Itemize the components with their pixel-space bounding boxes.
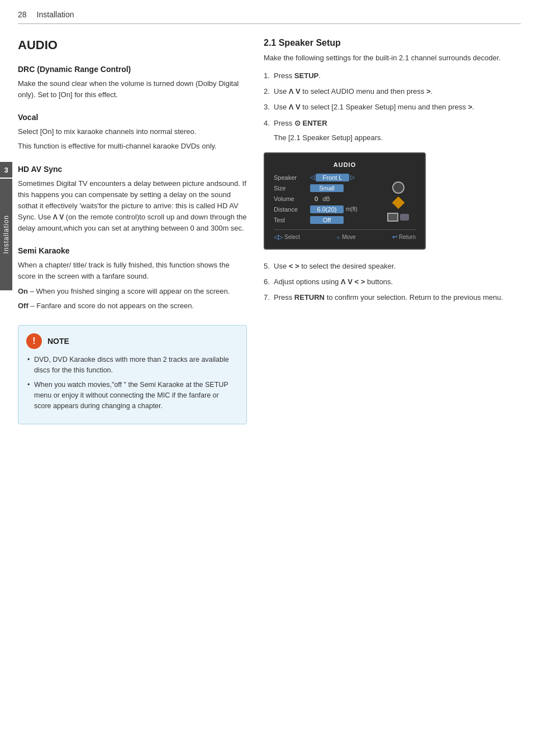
screen-value-size: Small (310, 184, 344, 192)
step-1: 1. Press SETUP. (264, 70, 521, 82)
side-tab-label: Installation (2, 215, 10, 253)
vocal-body2: This function is effective for multi-cha… (18, 141, 247, 152)
step-2: 2. Use Λ V to select AUDIO menu and then… (264, 86, 521, 97)
screen-value-volume: 0 (310, 195, 322, 203)
screen-label-test: Test (274, 217, 310, 223)
on-text: – When you fnished singing a score will … (28, 287, 230, 295)
drc-section: DRC (Dynamic Range Control) Make the sou… (18, 65, 247, 101)
hd-av-sync-section: HD AV Sync Sometimes Digital TV encounte… (18, 165, 247, 235)
screen-icon-3 (387, 213, 409, 222)
select-icon: ◁▷ (274, 233, 283, 241)
off-label: Off (18, 302, 28, 310)
steps-list-2: 5. Use < > to select the desired speaker… (264, 261, 521, 303)
screen-move-label: ⬦ Move (336, 233, 355, 240)
vocal-body1: Select [On] to mix karaoke channels into… (18, 126, 247, 137)
semi-karaoke-section: Semi Karaoke When a chapter/ title/ trac… (18, 246, 247, 312)
semi-karaoke-on: On – When you fnished singing a score wi… (18, 286, 247, 297)
note-item-1: DVD, DVD Karaoke discs with more than 2 … (26, 355, 237, 376)
side-tab-number: 3 (0, 162, 12, 178)
screen-value-speaker: Front L (316, 174, 349, 181)
speaker-setup-intro: Make the following settings for the buil… (264, 52, 521, 64)
screen-mockup: AUDIO Speaker ◁ Front L ▷ (264, 152, 426, 250)
note-box: ! NOTE DVD, DVD Karaoke discs with more … (18, 325, 247, 424)
vocal-title: Vocal (18, 113, 247, 122)
side-tab: Installation (0, 179, 12, 290)
move-icon: ⬦ (336, 233, 340, 240)
screen-icons (387, 181, 409, 222)
semi-karaoke-body1: When a chapter/ title/ track is fully fn… (18, 260, 247, 282)
note-header: ! NOTE (26, 333, 237, 349)
step-4: 4. Press ⊙ ENTER (264, 118, 521, 129)
speaker-setup-title: 2.1 Speaker Setup (264, 38, 521, 48)
page-header: 28 Installation (18, 10, 521, 19)
step-3: 3. Use Λ V to select [2.1 Speaker Setup]… (264, 102, 521, 113)
step-5: 5. Use < > to select the desired speaker… (264, 261, 521, 272)
note-icon: ! (26, 333, 42, 349)
screen-label-size: Size (274, 185, 310, 192)
left-column: AUDIO DRC (Dynamic Range Control) Make t… (18, 34, 247, 424)
screen-icon-2 (392, 197, 404, 209)
steps-list-1: 1. Press SETUP. 2. Use Λ V to select AUD… (264, 70, 521, 129)
main-content: AUDIO DRC (Dynamic Range Control) Make t… (18, 34, 521, 424)
semi-karaoke-off: Off – Fanfare and score do not appears o… (18, 300, 247, 312)
step-4-sub: The [2.1 Speaker Setup] appears. (264, 132, 521, 143)
drc-body: Make the sound clear when the volume is … (18, 78, 247, 101)
screen-label-distance: Distance (274, 206, 310, 213)
note-item-2: When you watch movies,"off " the Semi Ka… (26, 380, 237, 411)
screen-value-test: Off (310, 216, 344, 224)
off-text: – Fanfare and score do not appears on th… (28, 302, 194, 310)
screen-icon-1 (392, 181, 404, 194)
page-section-title: Installation (37, 10, 74, 19)
semi-karaoke-title: Semi Karaoke (18, 246, 247, 255)
screen-bottom-bar: ◁▷ Select ⬦ Move ↩ Return (274, 229, 416, 241)
enter-bold: ⊙ ENTER (294, 119, 327, 127)
page-number: 28 (18, 10, 27, 19)
screen-select-label: ◁▷ Select (274, 233, 300, 241)
note-title: NOTE (47, 337, 69, 346)
screen-title: AUDIO (274, 161, 416, 168)
screen-row-speaker: Speaker ◁ Front L ▷ (274, 174, 416, 181)
right-column: 2.1 Speaker Setup Make the following set… (264, 34, 521, 424)
on-label: On (18, 287, 28, 295)
screen-label-speaker: Speaker (274, 174, 310, 181)
return-bold: RETURN (294, 293, 325, 302)
step-7: 7. Press RETURN to confirm your selectio… (264, 292, 521, 303)
hd-av-sync-body: Sometimes Digital TV encounters a delay … (18, 178, 247, 235)
drc-title: DRC (Dynamic Range Control) (18, 65, 247, 74)
audio-main-title: AUDIO (18, 38, 247, 52)
header-divider (18, 23, 521, 24)
screen-value-distance: 6.0(20) (310, 205, 344, 213)
vocal-section: Vocal Select [On] to mix karaoke channel… (18, 113, 247, 152)
setup-bold: SETUP (294, 71, 318, 80)
note-list: DVD, DVD Karaoke discs with more than 2 … (26, 355, 237, 412)
return-icon: ↩ (392, 233, 397, 241)
step-6: 6. Adjust options using Λ V < > buttons. (264, 276, 521, 288)
hd-av-sync-title: HD AV Sync (18, 165, 247, 174)
screen-label-volume: Volume (274, 195, 310, 202)
screen-return-label: ↩ Return (392, 233, 416, 241)
